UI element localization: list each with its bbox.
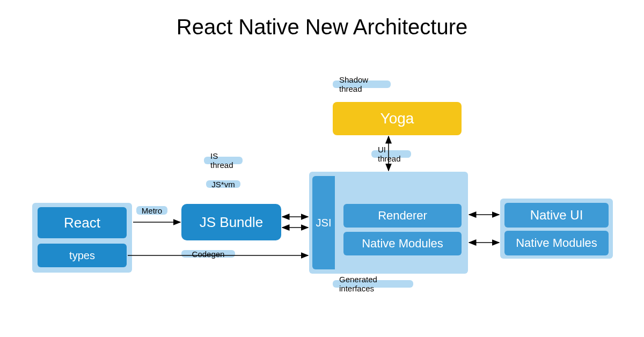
native-ui-box: Native UI <box>504 203 609 228</box>
js-vm-label: JS*vm <box>206 180 240 188</box>
jsi-tab: JSI <box>312 176 335 269</box>
generated-interfaces-label: Generated interfaces <box>333 280 413 288</box>
native-modules-box: Native Modules <box>504 231 609 255</box>
yoga-box: Yoga <box>333 102 462 135</box>
metro-label: Metro <box>136 206 167 215</box>
codegen-label: Codegen <box>181 250 235 258</box>
js-bundle-box: JS Bundle <box>181 204 281 240</box>
react-box: React <box>38 207 127 238</box>
arrows-layer <box>0 0 644 337</box>
renderer-box: Renderer <box>343 204 462 228</box>
ui-thread-label: UI thread <box>371 150 411 158</box>
is-thread-label: IS thread <box>204 157 243 164</box>
shadow-thread-label: Shadow thread <box>333 80 391 88</box>
jsi-native-modules-box: Native Modules <box>343 232 462 255</box>
diagram-title: React Native New Architecture <box>0 15 644 39</box>
types-box: types <box>38 244 127 267</box>
